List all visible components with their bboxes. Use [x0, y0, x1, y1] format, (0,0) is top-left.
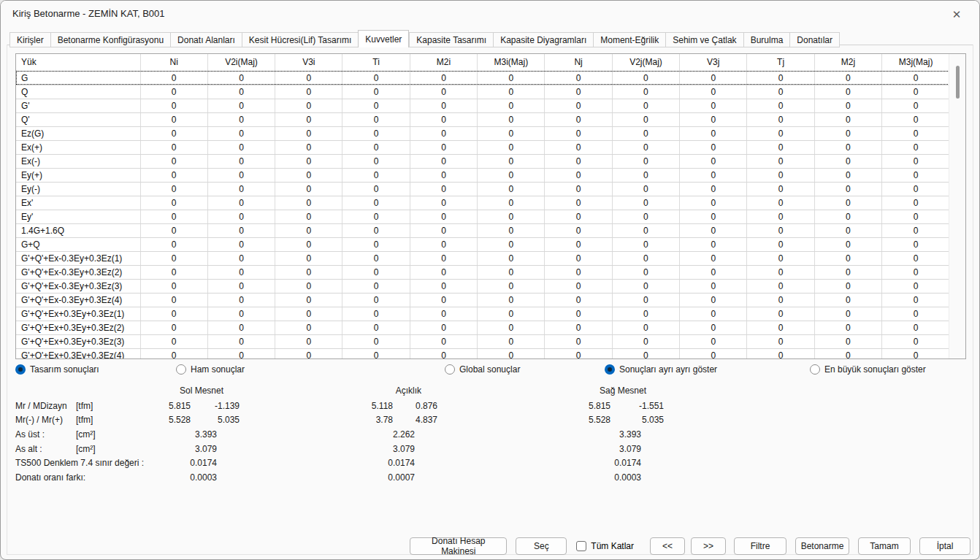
value-cell: 0 — [747, 112, 814, 126]
tamam-button[interactable]: Tamam — [858, 537, 911, 555]
table-row[interactable]: Q'000000000000 — [16, 112, 949, 126]
table-row[interactable]: Ey(+)000000000000 — [16, 168, 949, 182]
radio-sonu-lar-ayr-ayr-g-ster[interactable]: Sonuçları ayrı ayrı göster — [605, 364, 717, 375]
table-row[interactable]: G'+Q'+Ex+0.3Ey+0.3Ez(3)000000000000 — [16, 334, 949, 348]
table-row[interactable]: G'+Q'+Ex-0.3Ey+0.3Ez(3)000000000000 — [16, 279, 949, 293]
value-cell: 0 — [612, 279, 679, 293]
results-row: Mr / MDizayn[tfm]5.815-1.1395.1180.8765.… — [15, 399, 664, 413]
table-row[interactable]: Ex'000000000000 — [16, 196, 949, 210]
radio-icon[interactable] — [605, 364, 615, 375]
value-cell: 0 — [814, 348, 881, 358]
table-row[interactable]: G'+Q'+Ex+0.3Ey+0.3Ez(4)000000000000 — [16, 348, 949, 358]
previous-button[interactable]: << — [650, 537, 685, 555]
load-name-cell: G+Q — [16, 237, 140, 251]
column-header-ti[interactable]: Ti — [342, 54, 410, 71]
value-cell: 0 — [545, 71, 612, 85]
table-row[interactable]: G'+Q'+Ex-0.3Ey+0.3Ez(4)000000000000 — [16, 293, 949, 307]
sec-button[interactable]: Seç — [516, 537, 567, 555]
tab-burulma[interactable]: Burulma — [743, 32, 790, 47]
table-row[interactable]: Ey'000000000000 — [16, 210, 949, 223]
value-cell: 0 — [410, 334, 477, 348]
filtre-button[interactable]: Filtre — [734, 537, 786, 555]
value-cell: 0 — [478, 334, 545, 348]
tab-moment-e-rilik[interactable]: Moment-Eğrilik — [593, 32, 665, 47]
radio-en-b-y-k-sonu-lar-g-ster[interactable]: En büyük sonuçları göster — [810, 364, 926, 375]
table-row[interactable]: Ey(-)000000000000 — [16, 182, 949, 196]
radio-ham-sonu-lar[interactable]: Ham sonuçlar — [176, 364, 245, 375]
value-cell: 0 — [680, 154, 747, 168]
radio-icon[interactable] — [810, 364, 820, 375]
close-icon[interactable]: ✕ — [947, 7, 966, 23]
column-header-m2j[interactable]: M2j — [814, 54, 881, 71]
value-cell: 0 — [140, 321, 207, 334]
table-row[interactable]: 1.4G+1.6Q000000000000 — [16, 223, 949, 237]
table-row[interactable]: Ez(G)000000000000 — [16, 126, 949, 140]
betonarme-button[interactable]: Betonarme — [795, 537, 849, 555]
table-row[interactable]: G'000000000000 — [16, 99, 949, 112]
radio-icon[interactable] — [176, 364, 186, 375]
column-header-tj[interactable]: Tj — [747, 54, 814, 71]
radio-global-sonu-lar[interactable]: Global sonuçlar — [445, 364, 520, 375]
radio-icon[interactable] — [445, 364, 455, 375]
value-cell: 0 — [814, 196, 881, 210]
vertical-scrollbar[interactable] — [949, 54, 965, 358]
value-cell: 0 — [140, 85, 207, 99]
checkbox-icon[interactable] — [576, 541, 586, 551]
value-cell: 0 — [747, 168, 814, 182]
value-cell: 0 — [882, 112, 949, 126]
tab-sehim-ve-atlak[interactable]: Sehim ve Çatlak — [665, 32, 743, 47]
tab-donat-lar[interactable]: Donatılar — [789, 32, 840, 47]
tab-kiri-ler[interactable]: Kirişler — [9, 32, 50, 47]
column-header-y-k[interactable]: Yük — [16, 54, 140, 71]
scrollbar-thumb[interactable] — [956, 66, 960, 99]
value-cell: 0 — [207, 293, 275, 307]
table-row[interactable]: Q000000000000 — [16, 85, 949, 99]
value-cell: 0 — [814, 279, 881, 293]
radio-tasar-m-sonu-lar[interactable]: Tasarım sonuçları — [15, 364, 99, 375]
column-header-ni[interactable]: Ni — [140, 54, 207, 71]
value-cell: 0 — [140, 140, 207, 154]
value-cell: 0 — [612, 334, 679, 348]
next-button[interactable]: >> — [691, 537, 726, 555]
column-header-v2j-maj[interactable]: V2j(Maj) — [612, 54, 679, 71]
column-header-v2i-maj[interactable]: V2i(Maj) — [207, 54, 275, 71]
value-cell: 0 — [545, 237, 612, 251]
value-cell: 0 — [207, 182, 275, 196]
table-row[interactable]: Ex(-)000000000000 — [16, 154, 949, 168]
value-cell: 0 — [207, 251, 275, 265]
tum-katlar-checkbox-group[interactable]: Tüm Katlar — [576, 541, 634, 551]
tab-kapasite-tasar-m[interactable]: Kapasite Tasarımı — [409, 32, 493, 47]
column-header-v3i[interactable]: V3i — [275, 54, 342, 71]
value-cell: 0 — [680, 307, 747, 321]
value-cell: 0 — [680, 279, 747, 293]
table-row[interactable]: G'+Q'+Ex-0.3Ey+0.3Ez(2)000000000000 — [16, 265, 949, 279]
radio-icon[interactable] — [15, 364, 26, 375]
donati-hesap-makinesi-button[interactable]: Donatı Hesap Makinesi — [410, 537, 507, 555]
table-row[interactable]: G+Q000000000000 — [16, 237, 949, 251]
column-header-m3j-maj[interactable]: M3j(Maj) — [882, 54, 949, 71]
tab-kesit-h-cresi-lif-tasar-m[interactable]: Kesit Hücresi(Lif) Tasarımı — [242, 32, 358, 47]
table-row[interactable]: G000000000000 — [16, 71, 949, 85]
column-header-v3j[interactable]: V3j — [680, 54, 747, 71]
tab-donat-alanlar[interactable]: Donatı Alanları — [170, 32, 242, 47]
column-header-nj[interactable]: Nj — [545, 54, 612, 71]
iptal-button[interactable]: İptal — [919, 537, 971, 555]
table-row[interactable]: Ex(+)000000000000 — [16, 140, 949, 154]
tab-kapasite-diyagramlar[interactable]: Kapasite Diyagramları — [493, 32, 593, 47]
table-row[interactable]: G'+Q'+Ex-0.3Ey+0.3Ez(1)000000000000 — [16, 251, 949, 265]
value-cell: 0 — [207, 112, 275, 126]
load-name-cell: Ey(+) — [16, 168, 140, 182]
table-row[interactable]: G'+Q'+Ex+0.3Ey+0.3Ez(2)000000000000 — [16, 321, 949, 334]
value-cell: 0 — [140, 126, 207, 140]
value-cell: 0 — [410, 85, 477, 99]
value-cell: 0 — [545, 223, 612, 237]
tab-kuvvetler[interactable]: Kuvvetler — [358, 30, 409, 47]
result-value: 0.0003 — [118, 472, 240, 483]
table-row[interactable]: G'+Q'+Ex+0.3Ey+0.3Ez(1)000000000000 — [16, 307, 949, 321]
tab-betonarme-konfig-rasyonu[interactable]: Betonarme Konfigürasyonu — [50, 32, 170, 47]
column-header-m3i-maj[interactable]: M3i(Maj) — [478, 54, 545, 71]
pane-border-right — [973, 45, 973, 555]
value-cell: 0 — [612, 154, 679, 168]
column-header-m2i[interactable]: M2i — [410, 54, 477, 71]
value-cell: 0 — [275, 348, 342, 358]
